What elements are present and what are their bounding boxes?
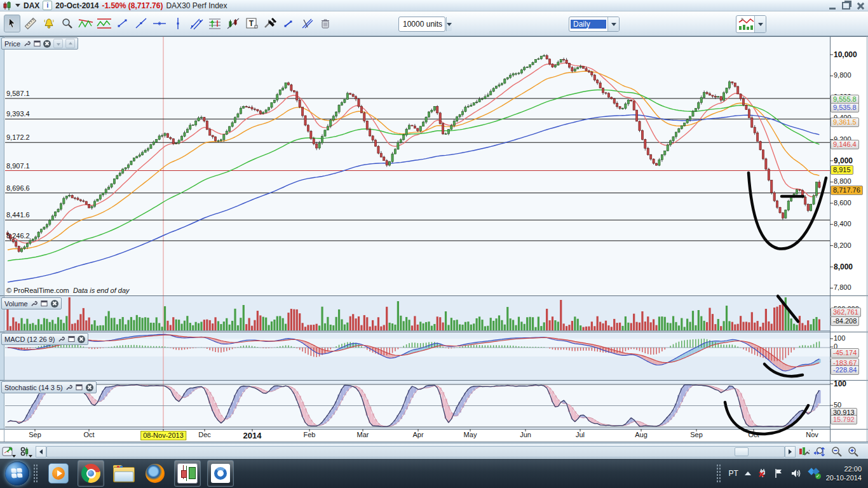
volume-settings-wrench-icon[interactable] xyxy=(31,300,38,308)
media-player-icon xyxy=(48,463,69,484)
price-settings-wrench-icon[interactable] xyxy=(23,40,31,48)
desktop: { "titlebar": { "symbol": "DAX", "info_g… xyxy=(0,0,868,488)
taskbar-blue-app[interactable] xyxy=(207,460,234,487)
start-button[interactable] xyxy=(5,461,29,485)
volume-panel-title: Volume xyxy=(4,300,28,308)
data-note-text: Data is end of day xyxy=(73,287,130,294)
firefox-icon xyxy=(146,464,165,483)
macd-panel-title: MACD (12 26 9) xyxy=(4,336,55,343)
power-plug-icon[interactable] xyxy=(757,468,768,478)
tray-clock[interactable]: 22:00 20-10-2014 xyxy=(826,464,862,482)
taskbar-explorer[interactable] xyxy=(111,461,136,486)
price-window-icon[interactable] xyxy=(33,40,41,48)
dropbox-icon[interactable]: ✓ xyxy=(808,468,820,478)
stochastic-settings-wrench-icon[interactable] xyxy=(65,384,73,391)
tray-separator xyxy=(716,464,722,483)
taskbar-separator xyxy=(33,464,39,483)
price-panel-header: Price xyxy=(1,37,78,50)
volume-window-icon[interactable] xyxy=(41,300,48,308)
folder-icon xyxy=(113,465,133,482)
macd-close-icon[interactable] xyxy=(78,336,85,343)
stochastic-panel-title: Stochastic (14 3 5) xyxy=(4,384,63,391)
macd-panel-header: MACD (12 26 9) xyxy=(1,333,88,345)
clock-time: 22:00 xyxy=(826,464,862,473)
blue-ring-app-icon xyxy=(211,464,230,483)
price-close-icon[interactable] xyxy=(43,40,51,48)
volume-panel-header: Volume xyxy=(1,297,62,309)
action-center-flag-icon[interactable] xyxy=(774,468,784,478)
stochastic-panel-header: Stochastic (14 3 5) xyxy=(1,381,97,393)
taskbar-firefox[interactable] xyxy=(142,461,168,486)
taskbar-chrome[interactable] xyxy=(78,460,104,487)
stochastic-window-icon[interactable] xyxy=(76,384,83,391)
taskbar-prorealtime[interactable] xyxy=(174,460,201,487)
chrome-icon xyxy=(81,464,100,483)
prorealtime-icon xyxy=(177,463,198,484)
copyright-line: © ProRealTime.com Data is end of day xyxy=(6,287,130,294)
stochastic-close-icon[interactable] xyxy=(86,384,93,391)
price-move-down-icon[interactable] xyxy=(53,39,63,48)
language-indicator[interactable]: PT xyxy=(728,469,738,478)
volume-close-icon[interactable] xyxy=(51,300,58,308)
taskbar-media-player[interactable] xyxy=(46,461,71,486)
copyright-text: © ProRealTime.com xyxy=(6,287,69,294)
clock-date: 20-10-2014 xyxy=(826,473,862,482)
windows-taskbar: PT ✓ 22:00 20-10-2014 xyxy=(0,459,868,488)
macd-window-icon[interactable] xyxy=(67,336,75,343)
volume-speaker-icon[interactable] xyxy=(790,468,802,478)
price-move-up-icon[interactable] xyxy=(65,39,75,48)
macd-settings-wrench-icon[interactable] xyxy=(57,336,65,343)
windows-logo-icon xyxy=(11,468,23,478)
chart-svg xyxy=(0,0,868,488)
tray-expand-icon[interactable] xyxy=(745,471,751,475)
price-panel-title: Price xyxy=(4,40,20,48)
